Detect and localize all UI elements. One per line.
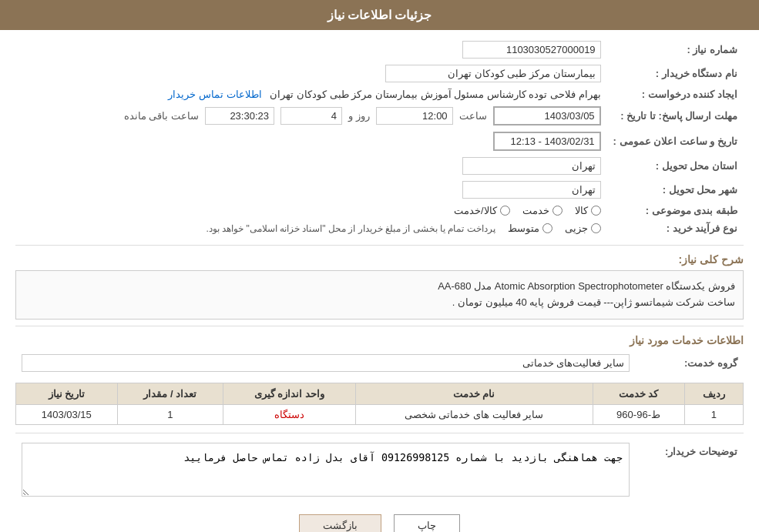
button-row: چاپ بازگشت [15,514,744,532]
cell-qty: 1 [117,404,223,424]
group-value-field: سایر فعالیت‌های خدماتی [22,354,630,372]
province-field: تهران [462,157,601,175]
city-field: تهران [462,181,601,199]
need-number-label: شماره نیاز : [607,38,744,62]
announce-label: تاریخ و ساعت اعلان عمومی : [607,129,744,154]
category-label: طبقه بندی موضوعی : [607,202,744,219]
services-title: اطلاعات خدمات مورد نیاز [15,334,744,346]
description-line2: ساخت شرکت شیماتسو ژاپن--- قیمت فروش پایه… [24,295,735,311]
send-days-field: 4 [280,107,342,125]
buyer-desc-textarea[interactable] [22,443,630,497]
send-date-field: 1403/03/05 [493,106,601,125]
send-time-label: ساعت [459,110,487,122]
creator-label: ایجاد کننده درخواست : [607,85,744,103]
process-note: پرداخت تمام یا بخشی از مبلغ خریدار از مح… [206,223,495,234]
back-button[interactable]: بازگشت [299,514,381,532]
page-header: جزئیات اطلاعات نیاز [0,0,759,30]
buyer-desc-label: توضیحات خریدار: [636,440,744,502]
need-number-value: 1103030527000019 [60,38,607,62]
info-table: شماره نیاز : 1103030527000019 نام دستگاه… [15,38,744,237]
category-option-khedmat[interactable]: خدمت [522,205,563,216]
buyer-name-label: نام دستگاه خریدار : [607,62,744,85]
category-option-kala[interactable]: کالا [575,205,601,216]
col-code: کد خدمت [593,383,684,404]
col-name: نام خدمت [355,383,593,404]
group-label: گروه خدمت: [636,351,744,375]
buyer-desc-table: توضیحات خریدار: [15,440,744,502]
city-label: شهر محل تحویل : [607,178,744,202]
description-line1: فروش یکدستگاه Atomic Absorption Spectrop… [24,279,735,295]
table-row: 1 ط-96-960 سایر فعالیت های خدماتی شخصی د… [16,404,744,424]
cell-row: 1 [684,404,743,424]
print-button[interactable]: چاپ [394,514,460,532]
category-radio-group: کالا خدمت کالا/خدمت [22,205,601,216]
divider-2 [15,326,744,326]
cell-name: سایر فعالیت های خدماتی شخصی [355,404,593,424]
divider-3 [15,433,744,433]
process-option-joz[interactable]: جزیی [565,223,601,234]
creator-value: بهرام فلاحی توده کارشناس مسئول آموزش بیم… [270,89,600,100]
services-group-table: گروه خدمت: سایر فعالیت‌های خدماتی [15,351,744,375]
description-box: فروش یکدستگاه Atomic Absorption Spectrop… [15,270,744,320]
divider-1 [15,245,744,246]
service-table: ردیف کد خدمت نام خدمت واحد اندازه گیری ت… [15,383,744,425]
cell-date: 1403/03/15 [16,404,118,424]
process-option-mota[interactable]: متوسط [508,223,552,234]
contact-link[interactable]: اطلاعات تماس خریدار [168,89,261,100]
col-qty: تعداد / مقدار [117,383,223,404]
col-row: ردیف [684,383,743,404]
send-time-field: 12:00 [376,107,453,125]
send-date-label: مهلت ارسال پاسخ: تا تاریخ : [607,103,744,129]
buyer-name-field: بیمارستان مرکز طبی کودکان تهران [385,65,601,82]
description-title: شرح کلی نیاز: [15,253,744,266]
send-remaining-field: 23:30:23 [205,107,274,125]
col-date: تاریخ نیاز [16,383,118,404]
cell-unit: دستگاه [223,404,355,424]
send-remaining-label: ساعت باقی مانده [124,110,199,122]
header-title: جزئیات اطلاعات نیاز [327,8,432,22]
process-radio-group: جزیی متوسط پرداخت تمام یا بخشی از مبلغ خ… [22,223,601,234]
announce-field: 1403/02/31 - 12:13 [493,132,601,151]
send-days-label: روز و [348,110,370,122]
need-number-field: 1103030527000019 [462,41,601,59]
col-unit: واحد اندازه گیری [223,383,355,404]
province-label: استان محل تحویل : [607,154,744,178]
process-label: نوع فرآیند خرید : [607,219,744,237]
cell-code: ط-96-960 [593,404,684,424]
category-option-kala-khedmat[interactable]: کالا/خدمت [454,205,510,216]
